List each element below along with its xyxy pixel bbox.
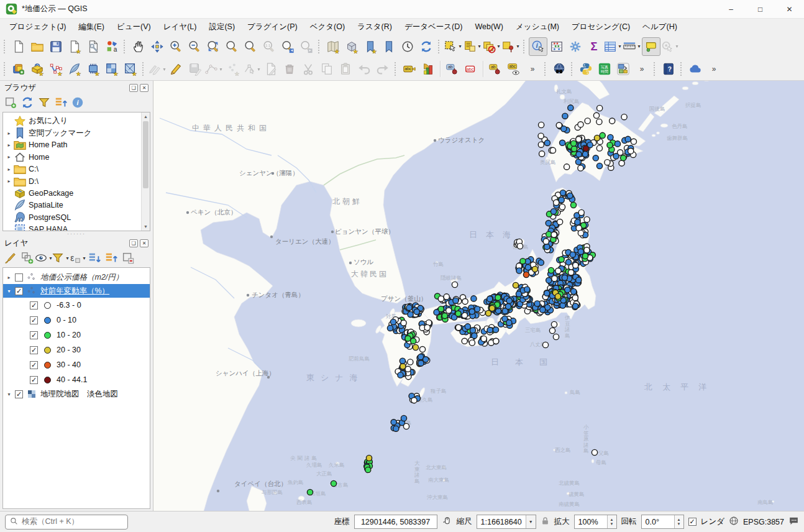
zoom-to-layer-button[interactable] bbox=[241, 37, 260, 56]
new-map-view-button[interactable]: ★ bbox=[324, 37, 342, 56]
add-group-button[interactable] bbox=[19, 250, 35, 265]
toolbar-grip[interactable] bbox=[4, 40, 7, 53]
processing-options-button[interactable] bbox=[566, 37, 585, 56]
legend-checkbox[interactable]: ✓ bbox=[30, 331, 38, 339]
expand-arrow-icon[interactable]: ▸ bbox=[5, 275, 13, 280]
refresh-browser-button[interactable] bbox=[19, 95, 35, 110]
open-project-button[interactable] bbox=[28, 37, 47, 56]
chevron-down-icon[interactable]: ▾ bbox=[256, 66, 262, 72]
menu-h[interactable]: ヘルプ(H) bbox=[636, 20, 683, 34]
osm-place-search-button[interactable] bbox=[550, 60, 569, 78]
spinner-arrows[interactable]: ▲▼ bbox=[674, 515, 683, 528]
expand-all-button[interactable] bbox=[86, 250, 103, 265]
browser-properties-button[interactable]: i bbox=[69, 95, 86, 110]
expand-arrow-icon[interactable]: ▸ bbox=[5, 131, 13, 136]
legend-checkbox[interactable]: ✓ bbox=[30, 376, 38, 384]
toolbar-grip[interactable] bbox=[142, 62, 145, 76]
toolbar-grip[interactable] bbox=[395, 62, 398, 76]
save-project-as-button[interactable]: ★ bbox=[65, 37, 84, 56]
toolbar-grip[interactable] bbox=[4, 62, 7, 76]
new-3d-map-view-button[interactable]: ★ bbox=[342, 37, 361, 56]
pan-to-selection-button[interactable] bbox=[148, 37, 167, 56]
pan-map-button[interactable] bbox=[129, 37, 148, 56]
open-layer-styling-button[interactable] bbox=[2, 250, 19, 265]
select-by-form-button[interactable]: ▾ bbox=[463, 37, 482, 56]
scale-combobox[interactable]: 1:16618640 ▼ bbox=[477, 515, 536, 529]
browser-item-postgresql[interactable]: PostgreSQL bbox=[3, 211, 141, 223]
maximize-button[interactable]: □ bbox=[746, 0, 775, 18]
layers-float-button[interactable]: ❏ bbox=[129, 239, 138, 247]
expand-arrow-icon[interactable]: ▸ bbox=[5, 167, 13, 172]
add-raster-layer-button[interactable]: ★ bbox=[103, 60, 121, 78]
legend-checkbox[interactable]: ✓ bbox=[30, 316, 38, 324]
chevron-down-icon[interactable]: ▾ bbox=[515, 44, 521, 49]
highlight-pinned-labels-button[interactable]: abc bbox=[462, 60, 480, 78]
menu-e[interactable]: 編集(E) bbox=[72, 20, 111, 34]
layer-change-rate[interactable]: ▾✓対前年変動率（%） bbox=[3, 284, 150, 298]
help-contents-button[interactable]: ? bbox=[659, 60, 678, 78]
zoom-out-button[interactable] bbox=[185, 37, 204, 56]
menu-m[interactable]: メッシュ(M) bbox=[509, 20, 565, 34]
layers-close-button[interactable]: ✕ bbox=[140, 239, 148, 247]
toolbar-grip[interactable] bbox=[571, 62, 574, 76]
collapse-all-button[interactable] bbox=[52, 95, 69, 110]
collapse-all-button[interactable] bbox=[103, 250, 119, 265]
crs-value[interactable]: EPSG:3857 bbox=[743, 518, 784, 526]
toolbar-overflow-2-button[interactable]: » bbox=[633, 60, 651, 78]
move-label-button[interactable]: ab bbox=[486, 60, 505, 78]
scroll-up-icon[interactable]: ▲ bbox=[142, 112, 150, 121]
close-button[interactable]: ✕ bbox=[775, 0, 804, 18]
refresh-map-button[interactable] bbox=[417, 37, 436, 56]
legend-item[interactable]: ✓40 - 44.1 bbox=[3, 372, 150, 387]
menu-r[interactable]: ラスタ(R) bbox=[351, 20, 398, 34]
browser-item-spatial-bookmarks[interactable]: ▸空間ブックマーク bbox=[3, 127, 141, 139]
filter-by-expression-button[interactable]: ε▾ bbox=[69, 250, 86, 265]
python-console-button[interactable] bbox=[577, 60, 595, 78]
photo-time-plugin-button[interactable]: 写真時間 bbox=[595, 60, 614, 78]
chevron-down-icon[interactable]: ▾ bbox=[457, 44, 463, 49]
run-feature-action-button[interactable] bbox=[547, 37, 566, 56]
browser-item-home-path[interactable]: ▸Home Path bbox=[3, 139, 141, 151]
select-features-button[interactable]: ▾ bbox=[444, 37, 463, 56]
legend-item[interactable]: ✓-6.3 - 0 bbox=[3, 298, 150, 313]
layer-visibility-checkbox[interactable]: ✓ bbox=[15, 390, 23, 398]
select-by-location-button[interactable]: ▾ bbox=[501, 37, 521, 56]
browser-item-geopackage[interactable]: GeoPackage bbox=[3, 187, 141, 199]
scroll-down-icon[interactable]: ▼ bbox=[142, 222, 150, 231]
locator-search-input[interactable]: 検索（Ctrl + K） bbox=[5, 515, 128, 530]
magnifier-spinbox[interactable]: 100% ▲▼ bbox=[574, 515, 617, 529]
menu-l[interactable]: レイヤ(L) bbox=[157, 20, 203, 34]
toolbar-grip[interactable] bbox=[654, 62, 657, 76]
lock-icon[interactable] bbox=[541, 516, 550, 528]
new-geopackage-layer-button[interactable]: ★ bbox=[28, 60, 47, 78]
browser-float-button[interactable]: ❏ bbox=[129, 84, 138, 92]
remove-layer-button[interactable] bbox=[119, 250, 136, 265]
style-manager-button[interactable]: a bbox=[103, 37, 121, 56]
show-hide-labels-button[interactable]: abc bbox=[505, 60, 523, 78]
menu-d[interactable]: データベース(D) bbox=[398, 20, 469, 34]
expand-arrow-icon[interactable]: ▸ bbox=[5, 178, 13, 184]
layer-price[interactable]: ▸地価公示価格（m2/円） bbox=[3, 270, 150, 284]
chevron-down-icon[interactable]: ▾ bbox=[162, 66, 167, 72]
toolbar-overflow-1-button[interactable]: » bbox=[523, 60, 542, 78]
mouse-extent-icon[interactable] bbox=[442, 516, 452, 528]
legend-checkbox[interactable]: ✓ bbox=[30, 301, 38, 310]
new-spatial-bookmark-button[interactable]: ★ bbox=[361, 37, 380, 56]
toolbar-grip[interactable] bbox=[438, 40, 441, 53]
browser-item-spatialite[interactable]: SpatiaLite bbox=[3, 200, 141, 211]
expand-arrow-icon[interactable]: ▾ bbox=[5, 392, 13, 397]
zoom-in-button[interactable] bbox=[167, 37, 185, 56]
menu-s[interactable]: 設定(S) bbox=[203, 20, 241, 34]
filter-legend-button[interactable]: ▾ bbox=[52, 250, 69, 265]
rotation-spinbox[interactable]: 0.0° ▲▼ bbox=[641, 515, 684, 529]
expand-arrow-icon[interactable]: ▸ bbox=[5, 142, 13, 148]
expand-arrow-icon[interactable]: ▸ bbox=[5, 154, 13, 160]
layer-visibility-checkbox[interactable]: ✓ bbox=[15, 287, 23, 295]
browser-item-favorites[interactable]: お気に入り bbox=[3, 115, 141, 127]
toggle-editing-button[interactable] bbox=[167, 60, 186, 78]
spinner-arrows[interactable]: ▲▼ bbox=[607, 515, 616, 528]
toolbar-grip[interactable] bbox=[544, 62, 547, 76]
open-attribute-table-button[interactable]: ▾ bbox=[603, 37, 623, 56]
add-vector-layer-button[interactable]: ★ bbox=[47, 60, 65, 78]
temporal-controller-button[interactable] bbox=[398, 37, 417, 56]
